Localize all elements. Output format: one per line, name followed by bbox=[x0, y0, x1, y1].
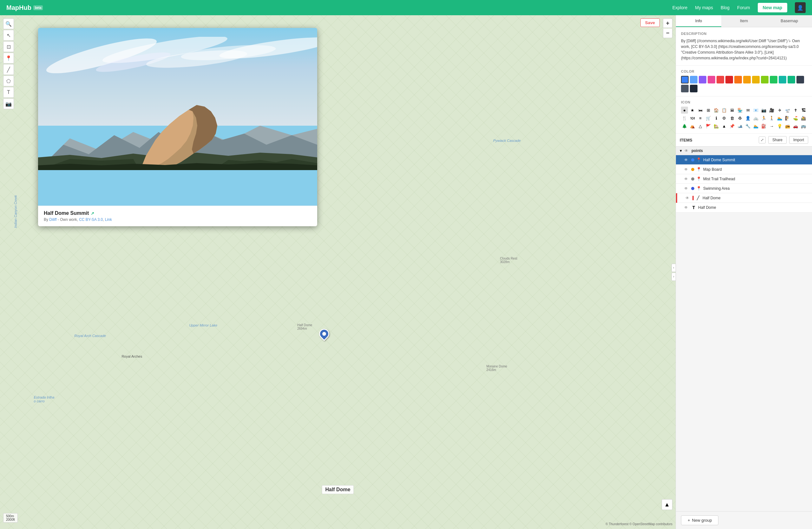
group-eye[interactable]: 👁 bbox=[684, 148, 690, 153]
color-swatch-yellow[interactable] bbox=[752, 76, 760, 84]
icon-pool[interactable]: 🏊 bbox=[752, 123, 759, 129]
nav-my-maps[interactable]: My maps bbox=[695, 5, 713, 10]
item-eye-map-board[interactable]: 👁 bbox=[684, 167, 689, 172]
group-points[interactable]: ▼ 👁 points bbox=[676, 147, 812, 155]
popup-external-link[interactable]: ↗ bbox=[91, 211, 94, 216]
color-swatch-dark[interactable] bbox=[796, 76, 804, 84]
icon-recycle[interactable]: ♻ bbox=[737, 115, 743, 121]
icon-mountain[interactable]: △ bbox=[697, 123, 704, 129]
icon-walk[interactable]: 🚶 bbox=[768, 115, 775, 121]
expand-icon[interactable]: ⤢ bbox=[759, 137, 766, 143]
user-avatar[interactable]: 👤 bbox=[795, 2, 806, 13]
color-swatch-emerald[interactable] bbox=[787, 76, 795, 84]
new-map-button[interactable]: New map bbox=[758, 3, 787, 12]
zoom-in-button[interactable]: + bbox=[663, 18, 672, 28]
icon-bank[interactable]: 🏛 bbox=[728, 106, 736, 114]
item-eye-halfdome-text[interactable]: 👁 bbox=[684, 205, 689, 210]
license-link[interactable]: CC BY-SA 3.0 bbox=[79, 217, 103, 222]
icon-camera2[interactable]: 🎥 bbox=[768, 106, 775, 114]
item-eye-mist-trail[interactable]: 👁 bbox=[684, 177, 689, 181]
icon-triangle[interactable]: ▲ bbox=[721, 123, 728, 129]
icon-bulb[interactable]: 💡 bbox=[776, 123, 783, 129]
item-mist-trail[interactable]: 👁 📍 Mist Trail Trailhead bbox=[676, 174, 812, 184]
icon-bus[interactable]: 🚌 bbox=[800, 123, 807, 129]
color-swatch-darkred[interactable] bbox=[725, 76, 733, 84]
item-halfdome-text[interactable]: 👁 T Half Dome bbox=[676, 203, 812, 213]
item-eye-halfdome-summit[interactable]: 👁 bbox=[684, 158, 689, 162]
wikimedia-link[interactable]: Link bbox=[105, 217, 112, 222]
icon-grid[interactable]: ⊞ bbox=[705, 106, 712, 114]
import-button[interactable]: Import bbox=[789, 136, 808, 144]
icon-gear[interactable]: ⚙ bbox=[721, 115, 728, 121]
icon-cross[interactable]: ✝ bbox=[792, 106, 799, 114]
area-select-tool[interactable]: ⊡ bbox=[3, 41, 14, 52]
icon-arrow[interactable]: → bbox=[768, 123, 775, 129]
icon-radio[interactable]: 📻 bbox=[784, 123, 791, 129]
map-container[interactable]: Porcupine Ce Creek Pywiack Cascade India… bbox=[0, 15, 676, 529]
item-halfdome-summit[interactable]: 👁 📍 Half Dome Summit bbox=[676, 155, 812, 165]
item-map-board[interactable]: 👁 📍 Map Board bbox=[676, 165, 812, 174]
icon-trash[interactable]: 🗑 bbox=[728, 115, 736, 121]
nav-blog[interactable]: Blog bbox=[721, 5, 729, 10]
color-swatch-blue[interactable] bbox=[681, 76, 688, 84]
icon-camera[interactable]: 📷 bbox=[760, 106, 767, 114]
icon-gas[interactable]: ⛽ bbox=[760, 123, 767, 129]
icon-tent[interactable]: ⛺ bbox=[689, 123, 696, 129]
new-group-button[interactable]: + New group bbox=[681, 515, 719, 525]
select-tool[interactable]: ↖ bbox=[3, 30, 14, 41]
tab-basemap[interactable]: Basemap bbox=[767, 15, 812, 27]
chevron-up[interactable]: ‹ bbox=[671, 264, 676, 272]
search-tool[interactable]: 🔍 bbox=[3, 18, 14, 29]
icon-plane2[interactable]: 🛫 bbox=[784, 106, 791, 114]
icon-run[interactable]: 🏃 bbox=[760, 115, 767, 121]
compass-button[interactable]: ▲ bbox=[662, 499, 672, 510]
color-swatch-orange[interactable] bbox=[734, 76, 742, 84]
text-tool[interactable]: T bbox=[3, 87, 14, 98]
tab-item[interactable]: Item bbox=[721, 15, 767, 27]
item-halfdome-line[interactable]: 👁 ╱ Half Dome bbox=[676, 193, 812, 203]
color-swatch-teal[interactable] bbox=[779, 76, 786, 84]
color-swatch-lightblue[interactable] bbox=[690, 76, 697, 84]
color-swatch-gray[interactable] bbox=[681, 85, 688, 92]
icon-cart[interactable]: 🛒 bbox=[705, 115, 712, 121]
share-button[interactable]: Share bbox=[768, 136, 787, 144]
color-swatch-red[interactable] bbox=[716, 76, 724, 84]
icon-ski[interactable]: 🎿 bbox=[737, 123, 743, 129]
item-swimming-area[interactable]: 👁 📍 Swimming Area bbox=[676, 184, 812, 193]
icon-house[interactable]: 🏠 bbox=[713, 106, 720, 114]
icon-circle[interactable]: ● bbox=[681, 106, 688, 114]
icon-person[interactable]: 👤 bbox=[744, 115, 751, 121]
icon-plane[interactable]: ✈ bbox=[776, 106, 783, 114]
icon-food[interactable]: 🍴 bbox=[681, 115, 688, 121]
camera-tool[interactable]: 📷 bbox=[3, 98, 14, 109]
color-swatch-amber[interactable] bbox=[743, 76, 751, 84]
icon-mail2[interactable]: 📧 bbox=[752, 106, 759, 114]
icon-home2[interactable]: 🏡 bbox=[713, 123, 720, 129]
nav-forum[interactable]: Forum bbox=[737, 5, 750, 10]
icon-pin[interactable]: 📌 bbox=[728, 123, 736, 129]
icon-info[interactable]: ℹ bbox=[713, 115, 720, 121]
icon-bed[interactable]: 🛏 bbox=[697, 106, 704, 114]
item-eye-halfdome-line[interactable]: 👁 bbox=[685, 196, 691, 200]
halfdome-marker[interactable] bbox=[319, 329, 329, 339]
item-eye-swimming-area[interactable]: 👁 bbox=[684, 186, 689, 191]
icon-clipboard[interactable]: 📋 bbox=[721, 106, 728, 114]
icon-tree[interactable]: 🌲 bbox=[681, 123, 688, 129]
line-tool[interactable]: ╱ bbox=[3, 64, 14, 75]
icon-car[interactable]: 🚗 bbox=[792, 123, 799, 129]
icon-climb[interactable]: 🧗 bbox=[784, 115, 791, 121]
color-swatch-verydark[interactable] bbox=[690, 85, 697, 92]
icon-building[interactable]: 🏗 bbox=[800, 106, 807, 114]
icon-wrench[interactable]: 🔧 bbox=[744, 123, 751, 129]
icon-flag[interactable]: 🚩 bbox=[705, 123, 712, 129]
save-button[interactable]: Save bbox=[640, 18, 660, 27]
chevron-down[interactable]: › bbox=[671, 273, 676, 281]
pin-tool[interactable]: 📍 bbox=[3, 53, 14, 63]
icon-bike[interactable]: 🚲 bbox=[752, 115, 759, 121]
color-swatch-green[interactable] bbox=[770, 76, 778, 84]
icon-food2[interactable]: 🍽 bbox=[689, 115, 696, 121]
tab-info[interactable]: Info bbox=[676, 15, 721, 27]
icon-mtb[interactable]: 🚵 bbox=[800, 115, 807, 121]
zoom-out-button[interactable]: − bbox=[663, 29, 672, 38]
icon-swim[interactable]: 🏊 bbox=[776, 115, 783, 121]
